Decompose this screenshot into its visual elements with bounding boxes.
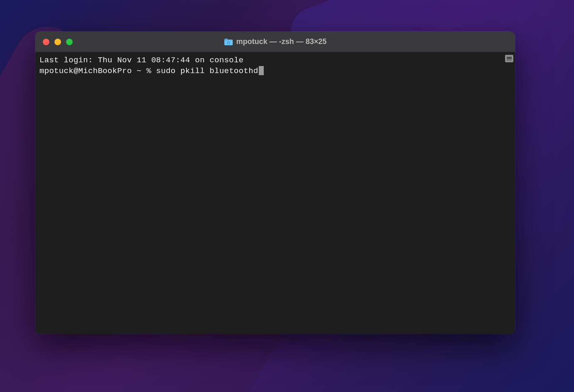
terminal-output-line: Last login: Thu Nov 11 08:47:44 on conso… (39, 55, 511, 66)
scroll-indicator-icon[interactable] (505, 55, 513, 62)
close-button[interactable] (43, 39, 49, 45)
window-title: mpotuck — -zsh — 83×25 (224, 37, 327, 46)
folder-icon (224, 38, 233, 46)
terminal-command-input[interactable]: sudo pkill bluetoothd (156, 66, 258, 76)
terminal-prompt: mpotuck@MichBookPro ~ % (39, 66, 156, 76)
terminal-prompt-line: mpotuck@MichBookPro ~ % sudo pkill bluet… (39, 66, 511, 76)
terminal-cursor (259, 66, 264, 75)
terminal-window: mpotuck — -zsh — 83×25 Last login: Thu N… (35, 32, 515, 334)
scrollbar[interactable] (505, 52, 514, 334)
window-title-text: mpotuck — -zsh — 83×25 (236, 37, 327, 46)
window-controls (35, 39, 73, 45)
window-titlebar[interactable]: mpotuck — -zsh — 83×25 (35, 32, 515, 52)
minimize-button[interactable] (54, 39, 61, 45)
svg-rect-1 (228, 41, 228, 42)
terminal-content[interactable]: Last login: Thu Nov 11 08:47:44 on conso… (35, 52, 515, 334)
maximize-button[interactable] (66, 39, 73, 45)
